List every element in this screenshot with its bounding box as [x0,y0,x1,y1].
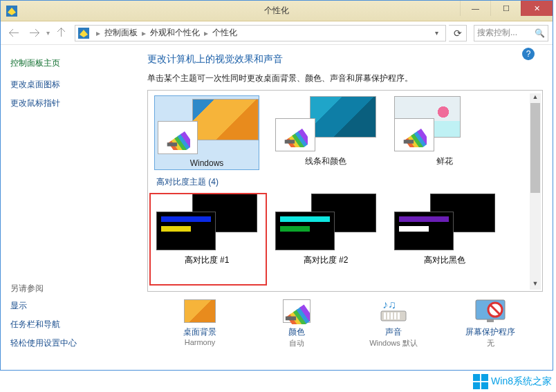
scroll-thumb[interactable] [530,103,540,193]
breadcrumb-icon [78,28,89,39]
see-also-label: 另请参阅 [10,283,135,295]
svg-rect-36 [487,319,494,322]
watermark: Win8系统之家 [473,374,552,389]
content: ? 更改计算机上的视觉效果和声音 单击某个主题可一次性同时更改桌面背景、颜色、声… [139,45,553,370]
svg-rect-31 [394,312,396,319]
color-icon [281,299,313,324]
up-button[interactable]: 🡡 [53,24,71,42]
svg-text:♪♫: ♪♫ [382,299,396,310]
svg-rect-19 [404,140,414,143]
breadcrumb[interactable]: ▸ 控制面板 ▸ 外观和个性化 ▸ 个性化 ▾ [75,25,446,41]
hc-label: 高对比黑色 [393,254,497,266]
theme-2[interactable]: 鲜花 [393,96,497,169]
svg-rect-39 [473,382,480,389]
scroll-up[interactable]: ▲ [530,93,540,103]
help-icon[interactable]: ? [522,48,535,60]
hc-label: 高对比度 #2 [274,254,378,266]
sidebar: 控制面板主页 更改桌面图标 更改鼠标指针 另请参阅 显示 任务栏和导航 轻松使用… [1,45,139,370]
window: 个性化 — ☐ ✕ 🡠 🡢 ▾ 🡡 ▸ 控制面板 ▸ 外观和个性化 ▸ 个性化 … [0,0,553,371]
see-also-2[interactable]: 轻松使用设置中心 [10,337,135,349]
svg-rect-29 [387,312,389,319]
back-button[interactable]: 🡠 [5,24,23,42]
hc-theme-0[interactable]: 高对比度 #1 [155,194,259,266]
setting-wallpaper[interactable]: 桌面背景Harmony [158,299,241,348]
svg-rect-13 [285,140,295,143]
sidebar-link-1[interactable]: 更改鼠标指针 [10,97,129,109]
breadcrumb-sep: ▸ [93,28,103,38]
app-icon [6,6,17,17]
search-placeholder: 搜索控制... [477,27,517,39]
theme-label: 鲜花 [393,156,497,167]
see-also-0[interactable]: 显示 [10,300,135,312]
theme-0[interactable]: Windows [155,96,259,169]
svg-rect-32 [398,312,400,319]
sidebar-link-0[interactable]: 更改桌面图标 [10,79,129,91]
screensaver-icon [474,299,506,324]
sound-icon: ♪♫ [378,299,409,324]
themes-container: ▲ ▼ Windows线条和颜色鲜花 高对比度主题 (4) 高对比度 #1高对比… [147,90,543,292]
hc-label: 高对比度 #1 [155,254,259,266]
page-subtext: 单击某个主题可一次性同时更改桌面背景、颜色、声音和屏幕保护程序。 [147,73,543,84]
page-heading: 更改计算机上的视觉效果和声音 [147,53,543,66]
setting-screensaver[interactable]: 屏幕保护程序无 [449,299,532,348]
hc-theme-1[interactable]: 高对比度 #2 [274,194,378,266]
see-also-1[interactable]: 任务栏和导航 [10,319,135,330]
crumb-2[interactable]: 个性化 [212,27,237,39]
crumb-1[interactable]: 外观和个性化 [150,27,200,39]
svg-rect-28 [384,312,386,319]
titlebar: 个性化 — ☐ ✕ [1,1,553,21]
svg-rect-25 [286,317,296,321]
scroll-down[interactable]: ▼ [530,280,540,290]
search-input[interactable]: 搜索控制... 🔍 [474,25,548,41]
svg-rect-40 [481,382,488,389]
hc-theme-2[interactable]: 高对比黑色 [393,194,497,266]
high-contrast-label: 高对比度主题 (4) [156,176,535,188]
breadcrumb-dropdown[interactable]: ▾ [430,29,443,37]
setting-sound[interactable]: ♪♫声音Windows 默认 [352,299,435,348]
history-dropdown[interactable]: ▾ [46,29,50,37]
crumb-0[interactable]: 控制面板 [104,27,138,39]
search-icon: 🔍 [535,28,545,38]
forward-button[interactable]: 🡢 [26,24,44,42]
svg-rect-37 [473,374,480,381]
wallpaper-icon [184,299,216,324]
maximize-button[interactable]: ☐ [490,1,521,16]
svg-rect-38 [481,374,488,381]
window-title: 个性化 [264,5,289,17]
svg-rect-7 [167,142,177,146]
theme-label: Windows [158,158,256,168]
control-panel-home[interactable]: 控制面板主页 [10,57,129,69]
setting-color[interactable]: 颜色自动 [255,299,338,348]
scrollbar[interactable]: ▲ ▼ [530,93,541,290]
svg-rect-30 [391,312,393,319]
navbar: 🡠 🡢 ▾ 🡡 ▸ 控制面板 ▸ 外观和个性化 ▸ 个性化 ▾ ⟳ 搜索控制..… [1,21,553,45]
refresh-button[interactable]: ⟳ [449,25,467,41]
close-button[interactable]: ✕ [521,1,553,16]
theme-label: 线条和颜色 [274,156,378,167]
theme-1[interactable]: 线条和颜色 [274,96,378,169]
minimize-button[interactable]: — [460,1,490,16]
